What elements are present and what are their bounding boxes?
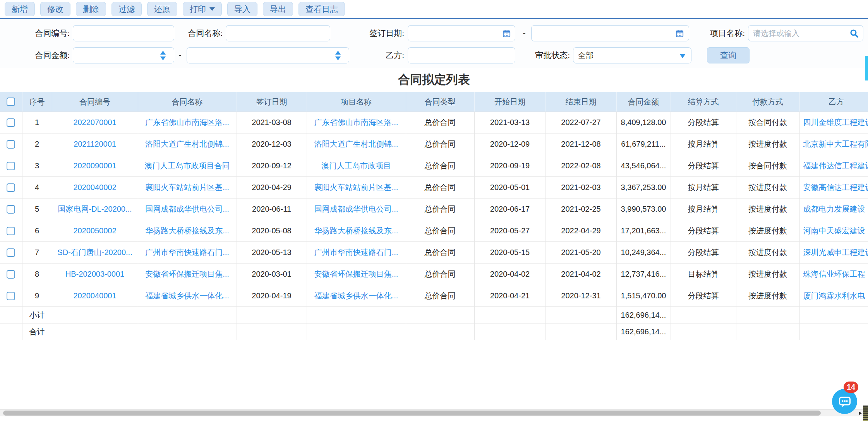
export-button[interactable]: 导出 bbox=[263, 2, 293, 16]
footer-label: 合计 bbox=[22, 323, 52, 340]
party-b-link[interactable]: 成都电力发展建设 bbox=[803, 205, 865, 213]
party-b-link[interactable]: 厦门鸿霖水利水电 bbox=[803, 291, 865, 300]
amount-from-input[interactable] bbox=[73, 47, 174, 63]
add-button[interactable]: 新增 bbox=[5, 2, 35, 16]
party-b-link[interactable]: 深圳光威申工程建设 bbox=[803, 248, 868, 257]
print-button[interactable]: 打印 bbox=[183, 2, 222, 16]
cell-start-date: 2020-05-01 bbox=[474, 177, 546, 199]
cell-payment: 按合同付款 bbox=[736, 112, 799, 133]
row-checkbox[interactable] bbox=[7, 248, 15, 257]
row-checkbox[interactable] bbox=[7, 205, 15, 214]
contract-no-link[interactable]: 2020040002 bbox=[73, 183, 116, 192]
vertical-scrollbar-thumb[interactable] bbox=[865, 56, 868, 80]
total-row: 合计162,696,14... bbox=[0, 323, 868, 340]
row-checkbox[interactable] bbox=[7, 292, 15, 300]
row-checkbox[interactable] bbox=[7, 118, 15, 127]
project-name-link[interactable]: 广州市华南快速路石门... bbox=[314, 248, 398, 257]
project-name-link[interactable]: 安徽省环保搬迁项目焦... bbox=[314, 270, 398, 278]
row-checkbox[interactable] bbox=[7, 270, 15, 279]
table-row: 32020090001澳门人工岛市政项目合同2020-09-12澳门人工岛市政项… bbox=[0, 155, 868, 177]
cell-settlement: 目标结算 bbox=[671, 264, 736, 285]
horizontal-scrollbar-thumb[interactable] bbox=[3, 411, 821, 416]
footer-empty-cell bbox=[307, 307, 406, 323]
project-name-link[interactable]: 襄阳火车站站前片区基... bbox=[314, 183, 398, 192]
project-name-link[interactable]: 广东省佛山市南海区洛... bbox=[314, 118, 398, 127]
cell-party-b: 厦门鸿霖水利水电 bbox=[799, 285, 868, 307]
row-checkbox-cell bbox=[0, 112, 22, 133]
spinner-up-icon[interactable] bbox=[160, 51, 166, 55]
sign-date-from-input[interactable] bbox=[408, 25, 515, 41]
approval-status-value: 全部 bbox=[578, 50, 594, 61]
scroll-right-arrow-icon[interactable] bbox=[859, 411, 862, 415]
contract-name-link[interactable]: 安徽省环保搬迁项目焦... bbox=[145, 270, 229, 278]
contract-name-link[interactable]: 广东省佛山市南海区洛... bbox=[145, 118, 229, 127]
column-header: 付款方式 bbox=[736, 92, 799, 112]
contract-no-link[interactable]: 国家电网-DL-20200... bbox=[58, 205, 132, 213]
contract-name-link[interactable]: 澳门人工岛市政项目合同 bbox=[145, 161, 230, 170]
party-b-label: 乙方: bbox=[357, 47, 404, 63]
contract-name-link[interactable]: 襄阳火车站站前片区基... bbox=[145, 183, 229, 192]
select-all-checkbox[interactable] bbox=[7, 98, 15, 106]
contract-no-link[interactable]: 2021120001 bbox=[74, 140, 116, 148]
calendar-icon[interactable] bbox=[500, 25, 513, 41]
calendar-icon[interactable] bbox=[673, 25, 686, 41]
cell-amount: 3,367,253.00 bbox=[616, 177, 671, 199]
cell-settlement: 按月结算 bbox=[671, 133, 736, 155]
row-checkbox[interactable] bbox=[7, 140, 15, 149]
contract-name-input[interactable] bbox=[226, 25, 330, 41]
project-name-link[interactable]: 福建省城乡供水一体化... bbox=[314, 291, 398, 300]
contract-name-link[interactable]: 广州市华南快速路石门... bbox=[145, 248, 229, 257]
notification-badge[interactable]: 14 bbox=[844, 382, 858, 393]
approval-status-select[interactable]: 全部 bbox=[573, 47, 691, 63]
contract-no-link[interactable]: 2022070001 bbox=[73, 118, 116, 127]
party-b-link[interactable]: 北京新中大工程有限 bbox=[803, 140, 868, 148]
contract-name-link[interactable]: 洛阳大道广生村北侧锦... bbox=[145, 140, 229, 148]
edit-button[interactable]: 修改 bbox=[40, 2, 70, 16]
contract-no-link[interactable]: HB-202003-0001 bbox=[65, 270, 124, 278]
search-icon[interactable] bbox=[847, 25, 861, 41]
horizontal-scrollbar[interactable] bbox=[0, 409, 863, 416]
import-button[interactable]: 导入 bbox=[227, 2, 257, 16]
column-header: 签订日期 bbox=[237, 92, 307, 112]
view-log-button[interactable]: 查看日志 bbox=[298, 2, 345, 16]
filter-button[interactable]: 过滤 bbox=[112, 2, 142, 16]
cell-contract-type: 总价合同 bbox=[406, 177, 474, 199]
contract-no-input[interactable] bbox=[73, 25, 174, 41]
query-button[interactable]: 查询 bbox=[707, 47, 750, 63]
party-b-link[interactable]: 四川金维度工程建设 bbox=[803, 118, 868, 127]
footer-empty-cell bbox=[0, 307, 22, 323]
project-name-link[interactable]: 澳门人工岛市政项目 bbox=[321, 161, 391, 170]
row-checkbox[interactable] bbox=[7, 183, 15, 192]
cell-project-name: 广州市华南快速路石门... bbox=[307, 242, 406, 264]
contract-no-link[interactable]: 2020050002 bbox=[73, 226, 116, 235]
spinner-up-icon[interactable] bbox=[335, 51, 341, 55]
contract-name-link[interactable]: 国网成都成华供电公司... bbox=[145, 205, 229, 213]
row-checkbox[interactable] bbox=[7, 227, 15, 235]
party-b-input[interactable] bbox=[408, 47, 515, 63]
row-checkbox[interactable] bbox=[7, 162, 15, 170]
contract-no-link[interactable]: 2020090001 bbox=[73, 161, 116, 170]
spinner-down-icon[interactable] bbox=[335, 56, 341, 60]
footer-empty-cell bbox=[671, 307, 736, 323]
project-name-link[interactable]: 华扬路大桥桥接线及东... bbox=[314, 226, 398, 235]
delete-button[interactable]: 删除 bbox=[76, 2, 106, 16]
contract-name-link[interactable]: 福建省城乡供水一体化... bbox=[145, 291, 229, 300]
project-name-input[interactable] bbox=[748, 25, 863, 41]
cell-contract-type: 总价合同 bbox=[406, 199, 474, 220]
amount-to-input[interactable] bbox=[187, 47, 349, 63]
cell-party-b: 深圳光威申工程建设 bbox=[799, 242, 868, 264]
party-b-link[interactable]: 福建伟达信工程建设 bbox=[803, 161, 868, 170]
contract-no-link[interactable]: SD-石门唐山-20200... bbox=[57, 248, 132, 257]
spinner-down-icon[interactable] bbox=[160, 56, 166, 60]
party-b-link[interactable]: 珠海信业环保工程 bbox=[803, 270, 865, 278]
project-name-link[interactable]: 国网成都成华供电公司... bbox=[314, 205, 398, 213]
column-header: 合同名称 bbox=[138, 92, 237, 112]
contract-no-link[interactable]: 2020040001 bbox=[73, 291, 116, 300]
party-b-link[interactable]: 河南中天盛宏建设 bbox=[803, 226, 865, 235]
project-name-link[interactable]: 洛阳大道广生村北侧锦... bbox=[314, 140, 398, 148]
sign-date-to-input[interactable] bbox=[531, 25, 689, 41]
table-row: 7SD-石门唐山-20200...广州市华南快速路石门...2020-05-13… bbox=[0, 242, 868, 264]
restore-button[interactable]: 还原 bbox=[147, 2, 177, 16]
contract-name-link[interactable]: 华扬路大桥桥接线及东... bbox=[145, 226, 229, 235]
party-b-link[interactable]: 安徽高信达工程建设 bbox=[803, 183, 868, 192]
